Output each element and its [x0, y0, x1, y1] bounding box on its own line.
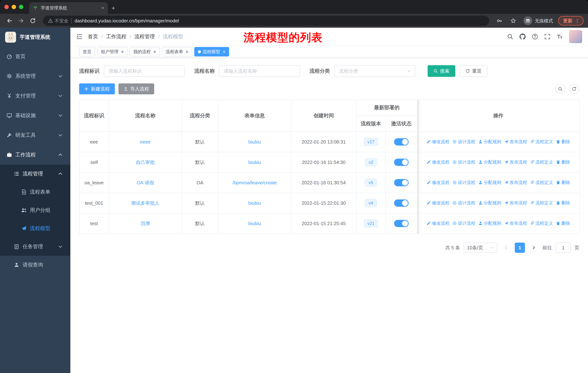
process-key-input[interactable] — [104, 65, 185, 77]
row-action-delete[interactable]: 删除 — [556, 139, 570, 145]
row-action-definition[interactable]: 流程定义 — [530, 200, 553, 206]
next-page-button[interactable] — [529, 242, 539, 253]
toggle-search-button[interactable] — [555, 84, 565, 94]
sidebar-item-home[interactable]: 首页 — [0, 47, 70, 66]
sidebar-item-workflow[interactable]: 工作流程 — [0, 145, 70, 165]
security-indicator[interactable]: 不安全 — [48, 18, 68, 24]
breadcrumb-item[interactable]: 工作流程 — [106, 33, 126, 40]
row-action-edit[interactable]: 修改流程 — [427, 200, 450, 206]
process-name-link[interactable]: 自己审批 — [136, 160, 155, 165]
row-action-design[interactable]: 设计流程 — [452, 159, 475, 165]
reload-button[interactable] — [28, 16, 38, 26]
close-window-button[interactable] — [4, 5, 9, 9]
form-info-link[interactable]: biubiu — [248, 221, 261, 226]
forward-button[interactable] — [16, 16, 26, 26]
row-action-edit[interactable]: 修改流程 — [427, 159, 450, 165]
sidebar-item-system[interactable]: 系统管理 — [0, 66, 70, 86]
row-action-edit[interactable]: 修改流程 — [427, 180, 450, 185]
row-action-design[interactable]: 设计流程 — [452, 139, 475, 145]
process-name-input[interactable] — [219, 65, 300, 77]
active-toggle[interactable] — [394, 179, 409, 186]
sidebar-collapse-icon[interactable] — [76, 33, 83, 40]
address-bar[interactable]: 不安全 dashboard.yudao.iocoder.cn/bpm/manag… — [43, 16, 489, 26]
sidebar-item-process-mgmt[interactable]: 流程管理 — [0, 165, 70, 183]
row-action-design[interactable]: 设计流程 — [452, 200, 475, 206]
close-icon[interactable]: × — [153, 49, 156, 54]
active-toggle[interactable] — [394, 200, 409, 207]
sidebar-item-process-form[interactable]: 流程表单 — [0, 183, 70, 201]
row-action-delete[interactable]: 删除 — [556, 220, 570, 226]
row-action-delete[interactable]: 删除 — [556, 159, 570, 165]
password-key-button[interactable] — [494, 16, 504, 26]
back-button[interactable] — [4, 16, 15, 26]
active-toggle[interactable] — [394, 138, 409, 146]
active-toggle[interactable] — [394, 159, 409, 166]
row-action-assign[interactable]: 分配规则 — [478, 139, 501, 145]
form-info-link[interactable]: biubiu — [248, 200, 261, 206]
row-action-publish[interactable]: 发布流程 — [504, 159, 527, 165]
tag-我的流程[interactable]: 我的流程× — [130, 47, 160, 56]
close-tab-icon[interactable]: × — [101, 5, 104, 10]
page-size-select[interactable]: 10条/页 — [464, 242, 497, 253]
question-icon[interactable] — [532, 33, 538, 40]
process-name-link[interactable]: 测试多审批人 — [131, 200, 159, 206]
breadcrumb-item[interactable]: 流程管理 — [135, 33, 155, 40]
form-info-link[interactable]: /bpm/oa/leave/create — [232, 180, 277, 185]
tag-流程表单[interactable]: 流程表单× — [162, 47, 192, 56]
tag-首页[interactable]: 首页 — [79, 47, 95, 56]
row-action-definition[interactable]: 流程定义 — [530, 159, 553, 165]
row-action-assign[interactable]: 分配规则 — [478, 220, 501, 226]
row-action-definition[interactable]: 流程定义 — [530, 180, 553, 185]
search-button[interactable]: 搜索 — [428, 65, 455, 77]
dots-vertical-icon[interactable] — [575, 18, 580, 23]
active-toggle[interactable] — [394, 220, 409, 227]
new-tab-button[interactable]: + — [112, 5, 115, 12]
close-icon[interactable]: × — [223, 49, 225, 54]
goto-page-input[interactable] — [556, 242, 571, 253]
row-action-edit[interactable]: 修改流程 — [427, 220, 450, 226]
process-name-link[interactable]: 滔博 — [141, 221, 150, 226]
bookmark-star-button[interactable] — [508, 16, 518, 26]
breadcrumb-item[interactable]: 首页 — [88, 33, 98, 40]
sidebar-item-task-mgmt[interactable]: 任务管理 — [0, 238, 70, 256]
row-action-design[interactable]: 设计流程 — [452, 180, 475, 185]
tag-租户管理[interactable]: 租户管理× — [97, 47, 127, 56]
search-icon[interactable] — [507, 33, 513, 40]
sidebar-item-leave-query[interactable]: 请假查询 — [0, 256, 70, 274]
browser-tab[interactable]: 芋道管理系统 × — [29, 2, 108, 14]
browser-update-button[interactable]: 更新 — [558, 16, 584, 26]
category-select[interactable]: 流程分类 — [334, 65, 415, 77]
sidebar-item-payment[interactable]: 支付管理 — [0, 86, 70, 106]
zoom-window-button[interactable] — [19, 5, 23, 9]
create-process-button[interactable]: 新建流程 — [79, 83, 115, 94]
row-action-delete[interactable]: 删除 — [556, 180, 570, 185]
close-icon[interactable]: × — [121, 49, 124, 54]
user-avatar[interactable] — [569, 30, 582, 43]
row-action-publish[interactable]: 发布流程 — [504, 200, 527, 206]
sidebar-logo[interactable]: 芋道管理系统 — [0, 28, 70, 47]
row-action-publish[interactable]: 发布流程 — [504, 180, 527, 185]
refresh-table-button[interactable] — [569, 84, 579, 94]
close-icon[interactable]: × — [186, 49, 188, 54]
prev-page-button[interactable] — [501, 242, 511, 253]
process-name-link[interactable]: OA 请假 — [136, 180, 154, 185]
row-action-definition[interactable]: 流程定义 — [530, 220, 553, 226]
row-action-edit[interactable]: 修改流程 — [427, 139, 450, 145]
page-number-button[interactable]: 1 — [515, 242, 525, 253]
form-info-link[interactable]: biubiu — [248, 139, 261, 145]
fullscreen-icon[interactable] — [544, 33, 550, 40]
form-info-link[interactable]: biubiu — [248, 160, 261, 165]
row-action-publish[interactable]: 发布流程 — [504, 139, 527, 145]
process-name-link[interactable]: eeee — [140, 139, 151, 145]
reset-button[interactable]: 重置 — [460, 65, 487, 77]
tag-流程模型[interactable]: 流程模型× — [194, 47, 229, 56]
minimize-window-button[interactable] — [12, 5, 16, 9]
sidebar-item-user-group[interactable]: 用户分组 — [0, 201, 70, 219]
row-action-design[interactable]: 设计流程 — [452, 220, 475, 226]
row-action-definition[interactable]: 流程定义 — [530, 139, 553, 145]
import-process-button[interactable]: 导入流程 — [118, 83, 154, 94]
row-action-assign[interactable]: 分配规则 — [478, 180, 501, 185]
row-action-assign[interactable]: 分配规则 — [478, 200, 501, 206]
row-action-publish[interactable]: 发布流程 — [504, 220, 527, 226]
github-icon[interactable] — [519, 33, 526, 40]
